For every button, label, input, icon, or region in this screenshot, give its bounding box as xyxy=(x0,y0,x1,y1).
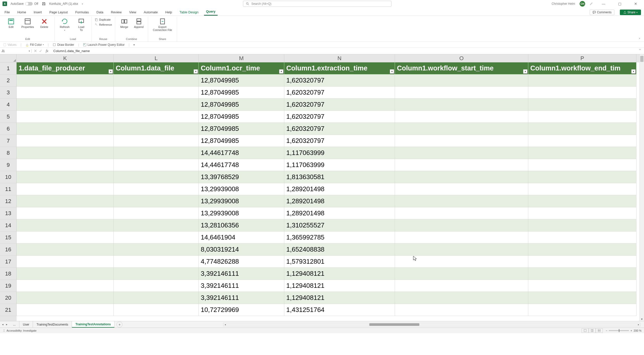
column-header-P[interactable]: P xyxy=(528,54,636,62)
cell[interactable]: 13,29939008 xyxy=(199,183,284,195)
cell[interactable]: 1,129408121 xyxy=(284,292,395,304)
table-row[interactable]: 13,397685291,813630581 xyxy=(17,171,639,183)
table-row[interactable]: 14,446177481,117063999 xyxy=(17,147,639,159)
table-header-cell[interactable]: Column1.workflow_start_time▾ xyxy=(395,62,528,74)
cell[interactable] xyxy=(395,87,528,99)
table-row[interactable]: 12,870499851,620320797 xyxy=(17,87,639,99)
row-header[interactable]: 13 xyxy=(0,207,17,219)
cell[interactable] xyxy=(17,304,114,316)
filter-dropdown-icon[interactable]: ▾ xyxy=(631,69,636,74)
row-header[interactable]: 17 xyxy=(0,256,17,268)
autosave-toggle[interactable]: AutoSave Off xyxy=(11,2,38,6)
cell[interactable] xyxy=(17,244,114,256)
filter-dropdown-icon[interactable]: ▾ xyxy=(279,69,284,74)
cell[interactable] xyxy=(528,171,636,183)
cell[interactable] xyxy=(17,147,114,159)
cell[interactable]: 10,72729969 xyxy=(199,304,284,316)
cell[interactable] xyxy=(395,219,528,231)
tab-home[interactable]: Home xyxy=(15,9,28,16)
cell[interactable]: 12,87049985 xyxy=(199,87,284,99)
row-header[interactable]: 5 xyxy=(0,111,17,123)
row-header[interactable]: 4 xyxy=(0,99,17,111)
cell[interactable] xyxy=(114,244,199,256)
cell[interactable] xyxy=(528,219,636,231)
row-header[interactable]: 14 xyxy=(0,219,17,231)
draw-border-button[interactable]: Draw Border xyxy=(53,43,74,47)
search-input[interactable]: Search (Alt+Q) xyxy=(243,1,391,7)
tab-data[interactable]: Data xyxy=(94,9,105,16)
column-header-N[interactable]: N xyxy=(284,54,395,62)
cell[interactable] xyxy=(114,99,199,111)
table-row[interactable]: 14,446177481,117063999 xyxy=(17,159,639,171)
table-row[interactable]: 12,870499851,620320797 xyxy=(17,74,639,87)
cell[interactable] xyxy=(528,244,636,256)
cell[interactable] xyxy=(528,195,636,207)
cell[interactable] xyxy=(395,147,528,159)
cell[interactable]: 1,620320797 xyxy=(284,123,395,135)
values-button[interactable]: Values xyxy=(3,43,17,47)
table-row[interactable]: 3,3921461111,129408121 xyxy=(17,292,639,304)
cell[interactable] xyxy=(528,280,636,292)
cell[interactable]: 1,310255527 xyxy=(284,219,395,231)
cell[interactable] xyxy=(17,280,114,292)
edit-button[interactable]: Edit xyxy=(4,18,18,28)
table-header-cell[interactable]: Column1.workflow_end_tim▾ xyxy=(528,62,636,74)
grid[interactable]: KLMNOP 1.data_file_producer▾Column1.data… xyxy=(17,54,639,321)
refresh-button[interactable]: Refresh▾ xyxy=(58,18,72,32)
cell[interactable]: 13,29939008 xyxy=(199,207,284,219)
cell[interactable]: 1,365992785 xyxy=(284,231,395,244)
cell[interactable] xyxy=(114,268,199,280)
fill-color-button[interactable]: Fill Color ▾ xyxy=(25,43,44,47)
cell[interactable]: 1,620320797 xyxy=(284,74,395,87)
properties-button[interactable]: Properties xyxy=(21,18,35,28)
cell[interactable]: 12,87049985 xyxy=(199,74,284,87)
cell[interactable]: 8,030319214 xyxy=(199,244,284,256)
cell[interactable] xyxy=(114,111,199,123)
cell[interactable] xyxy=(114,280,199,292)
row-header[interactable]: 7 xyxy=(0,135,17,147)
document-title[interactable]: Konfuzio_API (1).xlsx xyxy=(49,2,78,6)
tab-tabledesign[interactable]: Table Design xyxy=(178,9,200,16)
table-row[interactable]: 12,870499851,620320797 xyxy=(17,111,639,123)
cell[interactable] xyxy=(114,304,199,316)
table-row[interactable]: 12,870499851,620320797 xyxy=(17,123,639,135)
cell[interactable] xyxy=(528,183,636,195)
accessibility-status[interactable]: Accessibility: Investigate xyxy=(3,329,36,332)
cell[interactable] xyxy=(17,135,114,147)
cell[interactable] xyxy=(528,147,636,159)
cell[interactable]: 12,87049985 xyxy=(199,123,284,135)
duplicate-button[interactable]: Duplicate xyxy=(95,18,111,21)
table-row[interactable]: 4,7748262881,579312801 xyxy=(17,256,639,268)
row-header[interactable]: 10 xyxy=(0,171,17,183)
cell[interactable] xyxy=(17,292,114,304)
cell[interactable] xyxy=(17,99,114,111)
cell[interactable] xyxy=(114,183,199,195)
cell[interactable]: 13,29939008 xyxy=(199,195,284,207)
scroll-down-icon[interactable]: ▼ xyxy=(640,317,644,321)
comments-button[interactable]: Comments xyxy=(590,10,614,15)
cell[interactable] xyxy=(395,99,528,111)
zoom-in-button[interactable]: + xyxy=(630,329,632,332)
tab-review[interactable]: Review xyxy=(109,9,124,16)
cell[interactable] xyxy=(395,159,528,171)
merge-button[interactable]: Merge xyxy=(118,18,130,28)
cell[interactable] xyxy=(17,219,114,231)
page-break-view-button[interactable] xyxy=(596,328,603,333)
cell[interactable] xyxy=(528,135,636,147)
cell[interactable] xyxy=(114,87,199,99)
scroll-right-icon[interactable]: ▸ xyxy=(637,323,640,326)
delete-button[interactable]: Delete xyxy=(37,18,51,28)
select-all-corner[interactable] xyxy=(0,54,17,62)
cell[interactable]: 1,289201498 xyxy=(284,195,395,207)
cell[interactable]: 1,620320797 xyxy=(284,111,395,123)
filter-dropdown-icon[interactable]: ▾ xyxy=(193,69,198,74)
cell[interactable] xyxy=(395,74,528,87)
row-header[interactable]: 20 xyxy=(0,292,17,304)
table-row[interactable]: 13,299390081,289201498 xyxy=(17,183,639,195)
cell[interactable] xyxy=(395,304,528,316)
cell[interactable] xyxy=(528,292,636,304)
zoom-slider[interactable] xyxy=(609,330,629,331)
cell[interactable] xyxy=(528,268,636,280)
cell[interactable]: 4,774826288 xyxy=(199,256,284,268)
table-header-cell[interactable]: 1.data_file_producer▾ xyxy=(17,62,114,74)
